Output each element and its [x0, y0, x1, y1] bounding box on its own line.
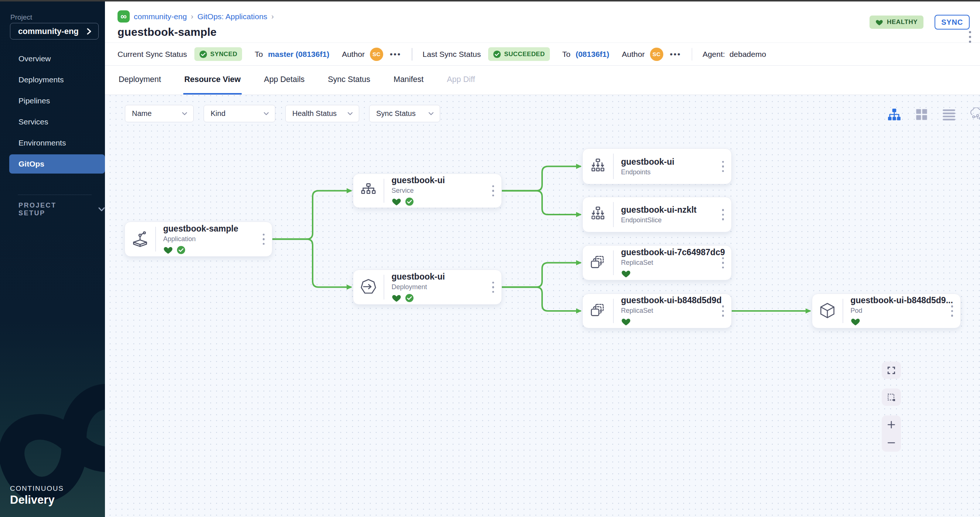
resource-node-endpoints[interactable]: guestbook-uiEndpoints	[582, 149, 732, 184]
node-menu-button[interactable]	[491, 280, 496, 294]
tab-resource-view[interactable]: Resource View	[183, 66, 242, 95]
cluster-view-button[interactable]	[969, 107, 980, 122]
list-view-button[interactable]	[942, 107, 956, 122]
node-menu-button[interactable]	[721, 159, 726, 174]
node-body: guestbook-ui-nzkltEndpointSlice	[614, 205, 697, 224]
sidebar: Project community-eng OverviewDeployment…	[0, 0, 105, 517]
node-title: guestbook-ui-b848d5d9d	[621, 295, 722, 305]
author-label: Author	[622, 50, 645, 59]
project-setup-toggle[interactable]: PROJECT SETUP	[19, 201, 105, 217]
divider	[692, 48, 692, 60]
agent-value: debademo	[729, 50, 766, 59]
tab-deployment[interactable]: Deployment	[118, 66, 162, 95]
sync-button[interactable]: SYNC	[935, 15, 970, 30]
endpoints-icon	[583, 157, 613, 176]
resource-node-rs2[interactable]: guestbook-ui-b848d5d9dReplicaSet	[582, 293, 732, 328]
node-menu-button[interactable]	[721, 255, 726, 270]
sidebar-item-deployments[interactable]: Deployments	[0, 70, 105, 89]
filter-row: NameKindHealth StatusSync Status	[125, 105, 440, 122]
node-menu-button[interactable]	[721, 208, 726, 222]
node-title: guestbook-ui-nzklt	[621, 205, 697, 215]
filter-label: Name	[132, 109, 151, 118]
node-body: guestbook-uiService	[384, 175, 445, 206]
tab-bar: DeploymentResource ViewApp DetailsSync S…	[105, 66, 980, 95]
check-circle-icon	[493, 50, 501, 58]
node-kind: Deployment	[392, 283, 445, 291]
node-status-icons	[392, 293, 445, 303]
chevron-down-icon	[98, 207, 105, 212]
node-status-icons	[392, 197, 445, 206]
succeeded-badge-label: SUCCEEDED	[504, 51, 545, 58]
node-kind: ReplicaSet	[621, 259, 725, 266]
breadcrumb: ∞community-eng›GitOps: Applications›	[118, 10, 980, 22]
minus-icon	[886, 438, 896, 447]
node-kind: ReplicaSet	[621, 307, 722, 315]
zoom-in-button[interactable]	[882, 416, 901, 433]
grid-view-button[interactable]	[914, 107, 929, 122]
tab-sync-status[interactable]: Sync Status	[327, 66, 371, 95]
grid-view-icon	[915, 108, 928, 121]
node-title: guestbook-sample	[163, 224, 239, 234]
healthy-heart-icon	[163, 246, 173, 254]
resource-node-deployment[interactable]: guestbook-uiDeployment	[353, 270, 502, 304]
service-icon	[353, 181, 383, 201]
current-commit-more-button[interactable]: •••	[390, 50, 401, 59]
sidebar-item-pipelines[interactable]: Pipelines	[0, 91, 105, 110]
window-top-strip	[0, 0, 980, 2]
filter-kind[interactable]: Kind	[204, 105, 275, 122]
synced-check-icon	[177, 246, 186, 254]
deployment-icon	[353, 277, 383, 298]
resource-node-endpointslice[interactable]: guestbook-ui-nzkltEndpointSlice	[582, 197, 732, 232]
select-area-button[interactable]	[882, 389, 901, 406]
filter-sync-status[interactable]: Sync Status	[369, 105, 440, 122]
page-header: ∞community-eng›GitOps: Applications› gue…	[105, 2, 980, 43]
tab-app-details[interactable]: App Details	[263, 66, 305, 95]
project-selector[interactable]: community-eng	[10, 23, 99, 40]
sidebar-item-services[interactable]: Services	[0, 112, 105, 132]
chevron-down-icon	[264, 112, 269, 116]
last-commit-more-button[interactable]: •••	[670, 50, 681, 59]
node-menu-button[interactable]	[261, 232, 266, 246]
tree-view-icon	[887, 108, 901, 122]
sidebar-item-gitops[interactable]: GitOps	[9, 154, 105, 174]
resource-node-rs1[interactable]: guestbook-ui-7c64987dc9ReplicaSet	[582, 245, 732, 280]
node-body: guestbook-uiEndpoints	[614, 157, 675, 176]
cluster-view-icon	[969, 108, 980, 122]
filter-name[interactable]: Name	[125, 105, 194, 122]
view-toggles	[887, 107, 980, 122]
sidebar-item-environments[interactable]: Environments	[0, 133, 105, 152]
header-overflow-menu[interactable]	[969, 31, 978, 43]
tree-view-button[interactable]	[887, 107, 902, 122]
resource-node-pod[interactable]: guestbook-ui-b848d5d9...Pod	[812, 293, 961, 328]
author-label: Author	[342, 50, 365, 59]
endpointslice-icon	[583, 205, 613, 225]
node-menu-button[interactable]	[721, 304, 726, 318]
node-menu-button[interactable]	[950, 304, 955, 318]
tab-manifest[interactable]: Manifest	[393, 66, 425, 95]
node-menu-button[interactable]	[491, 184, 496, 198]
resource-node-app[interactable]: guestbook-sampleApplication	[124, 222, 272, 257]
application-icon	[125, 229, 155, 250]
current-revision-link[interactable]: master (08136f1)	[268, 50, 329, 59]
breadcrumb-link-community-eng[interactable]: community-eng	[134, 12, 187, 21]
node-title: guestbook-ui	[392, 272, 445, 282]
project-label: Project	[10, 13, 32, 21]
sidebar-item-overview[interactable]: Overview	[0, 49, 105, 68]
node-title: guestbook-ui-b848d5d9...	[851, 295, 953, 305]
author-avatar: SC	[370, 48, 383, 61]
zoom-out-button[interactable]	[882, 433, 901, 452]
resource-canvas[interactable]: NameKindHealth StatusSync Status guestbo…	[105, 95, 980, 517]
breadcrumb-separator: ›	[191, 12, 194, 21]
node-title: guestbook-ui-7c64987dc9	[621, 247, 725, 257]
brand-line1: CONTINUOUS	[10, 485, 64, 493]
last-revision-link[interactable]: (08136f1)	[576, 50, 609, 59]
succeeded-badge: SUCCEEDED	[488, 47, 549, 61]
health-status-badge: HEALTHY	[870, 16, 923, 29]
filter-health-status[interactable]: Health Status	[285, 105, 359, 122]
synced-badge: SYNCED	[194, 47, 242, 61]
divider	[412, 48, 412, 60]
breadcrumb-link-gitops-applications[interactable]: GitOps: Applications	[197, 12, 267, 21]
fullscreen-button[interactable]	[882, 362, 901, 379]
resource-node-service[interactable]: guestbook-uiService	[353, 174, 502, 208]
brand-line2: Delivery	[10, 493, 64, 507]
